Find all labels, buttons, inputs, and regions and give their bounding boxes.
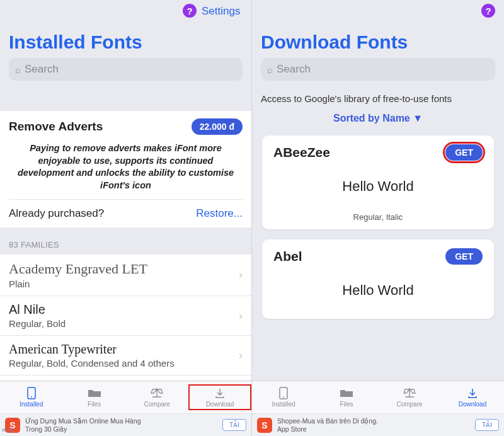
chevron-right-icon: › bbox=[239, 309, 243, 323]
font-row[interactable]: Academy Engraved LET Plain › bbox=[0, 255, 251, 296]
font-preview: Hello World bbox=[273, 265, 483, 316]
shopee-icon: S bbox=[257, 418, 272, 433]
ad-text-line2: App Store bbox=[277, 425, 470, 433]
font-styles: Plain bbox=[9, 278, 239, 289]
tab-label: Installed bbox=[20, 401, 43, 408]
chevron-right-icon: › bbox=[239, 268, 243, 282]
font-preview: Hello World bbox=[273, 161, 483, 212]
device-icon bbox=[277, 387, 290, 399]
screen-download: ? Download Fonts ⌕ Search Access to Goog… bbox=[252, 0, 504, 436]
search-placeholder: Search bbox=[25, 63, 59, 76]
font-styles: Regular, Bold bbox=[9, 318, 239, 329]
font-row[interactable]: American Typewriter Regular, Bold, Conde… bbox=[0, 336, 251, 376]
promo-description: Paying to remove adverts makes iFont mor… bbox=[9, 142, 243, 199]
header: ? Settings bbox=[0, 0, 251, 20]
search-icon: ⌕ bbox=[15, 64, 21, 75]
font-name: Academy Engraved LET bbox=[9, 261, 239, 277]
tab-files[interactable]: Files bbox=[315, 387, 378, 408]
tab-label: Files bbox=[88, 401, 101, 408]
get-button[interactable]: GET bbox=[445, 144, 483, 161]
font-styles: Regular, Bold, Condensed and 4 others bbox=[9, 358, 239, 369]
font-styles: Regular, Italic bbox=[273, 212, 483, 227]
ad-banner[interactable]: S Shopee-Mua và Bán trên Di động. App St… bbox=[252, 413, 504, 436]
ad-install-button[interactable]: TẢI bbox=[475, 419, 499, 431]
download-list: ABeeZee GET Hello World Regular, Italic … bbox=[252, 135, 504, 381]
scales-icon bbox=[403, 387, 416, 399]
families-section-header: 83 FAMILIES bbox=[0, 227, 251, 255]
get-button[interactable]: GET bbox=[445, 248, 483, 265]
tab-label: Installed bbox=[272, 401, 295, 408]
ad-banner[interactable]: S Ứng Dụng Mua Sắm Online Mua Hàng Trong… bbox=[0, 413, 251, 436]
folder-icon bbox=[340, 387, 353, 399]
font-name: Al Nile bbox=[9, 302, 239, 317]
tab-download[interactable]: Download bbox=[441, 387, 504, 408]
download-icon bbox=[213, 387, 227, 399]
font-row[interactable]: Al Nile Regular, Bold › bbox=[0, 296, 251, 336]
tab-installed[interactable]: Installed bbox=[252, 387, 315, 408]
ad-text-line1: Ứng Dụng Mua Sắm Online Mua Hàng bbox=[25, 417, 217, 425]
search-input[interactable]: ⌕ Search bbox=[9, 58, 243, 81]
ad-text-line1: Shopee-Mua và Bán trên Di động. bbox=[277, 417, 470, 425]
folder-icon bbox=[88, 387, 101, 399]
sort-button[interactable]: Sorted by Name ▼ bbox=[252, 108, 504, 135]
spacer bbox=[0, 87, 251, 111]
promo-title: Remove Adverts bbox=[9, 120, 103, 134]
tab-files[interactable]: Files bbox=[63, 387, 126, 408]
help-icon[interactable]: ? bbox=[183, 4, 197, 18]
tab-bar: Installed Files Compare Download bbox=[252, 381, 504, 413]
tab-label: Download bbox=[206, 401, 234, 408]
search-input[interactable]: ⌕ Search bbox=[261, 58, 495, 81]
tab-label: Download bbox=[459, 401, 486, 408]
font-card: Abel GET Hello World bbox=[262, 239, 494, 319]
ad-install-button[interactable]: TẢI bbox=[222, 419, 246, 431]
tab-compare[interactable]: Compare bbox=[378, 387, 441, 408]
download-icon bbox=[466, 387, 479, 399]
font-name: American Typewriter bbox=[9, 342, 239, 357]
remove-adverts-card: Remove Adverts 22.000 đ Paying to remove… bbox=[0, 111, 251, 227]
font-name: ABeeZee bbox=[273, 145, 330, 160]
font-name: Abel bbox=[273, 249, 302, 264]
svg-point-1 bbox=[31, 396, 32, 398]
svg-point-3 bbox=[283, 396, 284, 398]
chevron-right-icon: › bbox=[239, 349, 243, 362]
already-purchased-label: Already purchased? bbox=[9, 207, 104, 220]
tab-bar: Installed Files Compare Download bbox=[0, 381, 251, 413]
tab-installed[interactable]: Installed bbox=[0, 387, 63, 408]
page-title: Installed Fonts bbox=[0, 20, 251, 58]
settings-link[interactable]: Settings bbox=[202, 5, 240, 18]
tab-label: Files bbox=[340, 401, 353, 408]
scales-icon bbox=[150, 387, 164, 399]
ad-close-icon[interactable]: ✕ ⓘ bbox=[1, 427, 14, 435]
device-icon bbox=[25, 387, 38, 399]
tab-compare[interactable]: Compare bbox=[126, 387, 189, 408]
help-icon[interactable]: ? bbox=[481, 4, 495, 18]
screen-installed: ? Settings Installed Fonts ⌕ Search Remo… bbox=[0, 0, 252, 436]
tab-download[interactable]: Download bbox=[188, 384, 251, 410]
tab-label: Compare bbox=[144, 401, 170, 408]
price-button[interactable]: 22.000 đ bbox=[192, 118, 243, 135]
font-card: ABeeZee GET Hello World Regular, Italic bbox=[262, 135, 494, 229]
header: ? bbox=[252, 0, 504, 20]
restore-button[interactable]: Restore... bbox=[196, 207, 243, 220]
library-description: Access to Google's library of free-to-us… bbox=[252, 87, 504, 108]
search-icon: ⌕ bbox=[267, 64, 273, 75]
ad-text-line2: Trong 30 Giây bbox=[25, 425, 217, 433]
search-placeholder: Search bbox=[277, 63, 311, 76]
page-title: Download Fonts bbox=[252, 20, 504, 58]
tab-label: Compare bbox=[396, 401, 422, 408]
font-list: Academy Engraved LET Plain › Al Nile Reg… bbox=[0, 255, 251, 381]
